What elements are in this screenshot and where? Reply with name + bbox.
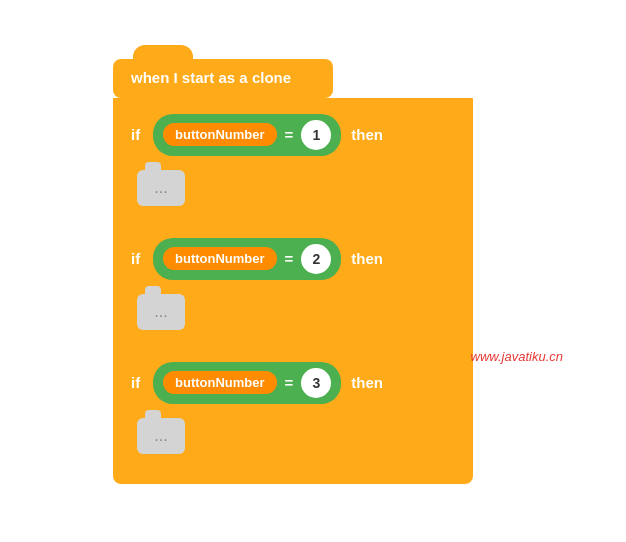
dots-text-3: ... xyxy=(154,427,167,445)
if-block-3: if buttonNumber = 3 then ... xyxy=(121,354,465,468)
dots-text-2: ... xyxy=(154,303,167,321)
then-label-3: then xyxy=(351,374,383,391)
condition-pill-2: buttonNumber = 2 xyxy=(153,238,341,280)
if-body-2: ... xyxy=(127,288,459,336)
value-text-1: 1 xyxy=(312,127,320,143)
if-label-3: if xyxy=(131,374,147,391)
condition-pill-1: buttonNumber = 1 xyxy=(153,114,341,156)
value-oval-3: 3 xyxy=(301,368,331,398)
dots-block-2: ... xyxy=(137,294,185,330)
if-row-3: if buttonNumber = 3 then xyxy=(121,354,465,412)
if-body-3: ... xyxy=(127,412,459,460)
if-block-1: if buttonNumber = 1 then ... xyxy=(121,106,465,220)
dots-block-1: ... xyxy=(137,170,185,206)
equals-sign-3: = xyxy=(285,374,294,391)
dots-block-3: ... xyxy=(137,418,185,454)
condition-var-1: buttonNumber xyxy=(163,123,277,146)
condition-pill-3: buttonNumber = 3 xyxy=(153,362,341,404)
if-body-1: ... xyxy=(127,164,459,212)
if-block-2: if buttonNumber = 2 then ... xyxy=(121,230,465,344)
value-text-2: 2 xyxy=(312,251,320,267)
watermark: www.javatiku.cn xyxy=(471,349,563,364)
if-row-2: if buttonNumber = 2 then xyxy=(121,230,465,288)
if-row-1: if buttonNumber = 1 then xyxy=(121,106,465,164)
value-oval-1: 1 xyxy=(301,120,331,150)
then-label-1: then xyxy=(351,126,383,143)
value-oval-2: 2 xyxy=(301,244,331,274)
equals-sign-2: = xyxy=(285,250,294,267)
scratch-blocks: when I start as a clone if buttonNumber … xyxy=(113,59,513,484)
main-body: if buttonNumber = 1 then ... xyxy=(113,98,473,484)
then-label-2: then xyxy=(351,250,383,267)
condition-var-2: buttonNumber xyxy=(163,247,277,270)
condition-var-3: buttonNumber xyxy=(163,371,277,394)
equals-sign-1: = xyxy=(285,126,294,143)
dots-text-1: ... xyxy=(154,179,167,197)
value-text-3: 3 xyxy=(312,375,320,391)
hat-label: when I start as a clone xyxy=(131,69,291,86)
hat-block: when I start as a clone xyxy=(113,59,333,98)
if-label-2: if xyxy=(131,250,147,267)
if-label-1: if xyxy=(131,126,147,143)
